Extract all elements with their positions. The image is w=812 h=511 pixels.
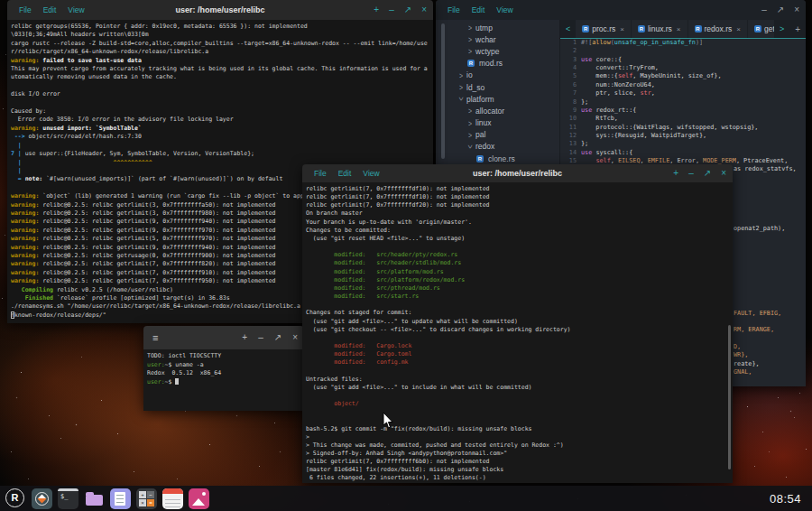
terminal-line: relibc getrlimit(7, 0x7fffffffdf10): not… <box>306 185 733 193</box>
tree-item-label: utmp <box>475 23 493 33</box>
close-tab-icon[interactable]: × <box>677 25 681 33</box>
editor-titlebar[interactable]: FileEditView –↗× <box>436 0 806 20</box>
image-viewer-icon[interactable] <box>189 488 209 509</box>
close-button[interactable]: × <box>421 5 427 14</box>
minimize-button[interactable]: – <box>688 169 694 178</box>
rust-file-icon: R <box>467 60 475 67</box>
folder-body <box>86 495 103 506</box>
redox-start-icon[interactable]: R <box>5 488 26 509</box>
line-number: 3 <box>560 56 581 64</box>
maximize-button[interactable]: ↗ <box>274 333 281 342</box>
browser-icon[interactable] <box>32 488 52 509</box>
terminal-line: (use "git add <file>..." to update what … <box>306 318 733 326</box>
terminal-line: user:~$ <box>147 378 304 387</box>
line-number: 9 <box>560 107 581 115</box>
menu-file[interactable]: File <box>448 5 460 14</box>
terminal-line: [master 81e6d41] fix(redox/build): missi… <box>306 466 733 474</box>
tab-redox.rs[interactable]: Rredox.rs× <box>688 20 747 38</box>
terminal-icon[interactable]: $_ <box>58 488 78 509</box>
terminal2-output[interactable]: relibc getrlimit(7, 0x7fffffffdf10): not… <box>302 182 733 483</box>
close-tab-icon[interactable]: × <box>736 25 741 33</box>
tree-item-platform[interactable]: >platform <box>448 93 559 105</box>
code-fragment: RM, ERANGE, <box>734 326 774 334</box>
code-fragment: D, <box>734 343 741 351</box>
tree-item-redox[interactable]: >redox <box>448 141 559 153</box>
chevron-right-icon: > <box>466 47 474 55</box>
new-tab-button[interactable]: + <box>374 5 379 14</box>
maximize-button[interactable]: ↗ <box>704 169 711 178</box>
terminal-line <box>11 82 433 90</box>
terminal-line: warning: failed to save last-use data <box>11 57 433 65</box>
editor-menubar: FileEditView <box>436 5 513 14</box>
terminal-line: | <box>11 142 433 150</box>
menu-icon[interactable]: ≡ <box>152 332 158 343</box>
code-fragment: FAULT, EFBIG, <box>734 310 781 318</box>
minimize-button[interactable]: – <box>761 5 767 14</box>
file-manager-icon[interactable] <box>84 488 105 509</box>
tree-item-mod.rs[interactable]: Rmod.rs <box>448 58 559 70</box>
editor-tabbar: < Rproc.rs×Rlinux.rs×Rredox.rs×Rgetopt/m… <box>560 20 806 39</box>
tree-item-utmp[interactable]: >utmp <box>448 22 559 33</box>
code-line: 8}; <box>560 98 806 107</box>
terminal-line: modified: Cargo.toml <box>306 350 733 358</box>
tree-item-ld_so[interactable]: >ld_so <box>448 81 559 93</box>
minimize-button[interactable]: – <box>258 333 263 342</box>
rust-file-icon: R <box>638 25 645 33</box>
line-number: 14 <box>560 149 581 157</box>
terminal3-output[interactable]: TODO: ioctl TIOCSCTTYuser:~$ uname -aRed… <box>143 349 304 411</box>
tab-proc.rs[interactable]: Rproc.rs× <box>576 20 631 38</box>
new-tab-button[interactable]: + <box>673 169 678 178</box>
tree-item-io[interactable]: >io <box>448 70 559 81</box>
tab-getopt/mod.r[interactable]: Rgetopt/mod.r× <box>748 20 774 38</box>
line-number: 11 <box>560 124 581 132</box>
tree-item-allocator[interactable]: >allocator <box>448 105 559 116</box>
maximize-button[interactable]: ↗ <box>777 5 784 14</box>
minimize-button[interactable]: – <box>389 5 394 14</box>
rust-file-icon: R <box>476 155 484 163</box>
terminal-line: relibc getrlimit(7, 0x7fffffffdf20): not… <box>306 201 733 209</box>
menu-edit[interactable]: Edit <box>472 5 485 14</box>
tree-item-pal[interactable]: >pal <box>448 129 559 141</box>
tree-item-wctype[interactable]: >wctype <box>448 45 559 57</box>
tree-item-linux[interactable]: >linux <box>448 117 559 129</box>
close-tab-icon[interactable]: × <box>620 25 624 33</box>
new-tab-button[interactable]: + <box>242 333 247 342</box>
tab-scroll-left-icon[interactable]: < <box>560 24 576 33</box>
terminal3-titlebar[interactable]: ≡ +–↗× <box>143 326 304 349</box>
tab-scroll-right-icon[interactable]: > <box>774 24 789 33</box>
terminal-window-uname: ≡ +–↗× TODO: ioctl TIOCSCTTYuser:~$ unam… <box>143 326 304 411</box>
calendar-icon[interactable] <box>162 488 183 509</box>
terminal-line <box>306 243 733 251</box>
terminal2-titlebar[interactable]: FileEditView user: /home/user/relibc +–↗… <box>302 164 733 182</box>
text-editor-icon[interactable] <box>110 488 131 509</box>
terminal2-scrollbar[interactable] <box>728 325 731 469</box>
terminal-line: Error code 3850: I/O error in the adviso… <box>11 116 433 124</box>
close-button[interactable]: × <box>794 5 799 14</box>
terminal-line: Redox 0.5.12 x86_64 <box>147 369 304 378</box>
new-tab-button[interactable]: + <box>789 24 806 34</box>
close-button[interactable]: × <box>292 333 298 342</box>
terminal-line: modified: src/pthread/mod.rs <box>306 284 733 293</box>
menu-view[interactable]: View <box>496 5 512 14</box>
tab-linux.rs[interactable]: Rlinux.rs× <box>632 20 687 38</box>
code-line: 5 mem::{self, MaybeUninit, size_of}, <box>560 72 806 80</box>
chevron-down-icon: > <box>466 143 474 150</box>
sidebar-scrollbar[interactable] <box>441 23 445 159</box>
terminal-line: Changes not staged for commit: <box>306 309 733 317</box>
maximize-button[interactable]: ↗ <box>404 5 411 14</box>
terminal-line: bash-5.2$ git commit -m "fix(redox/build… <box>306 425 733 433</box>
tree-item-clone.rs[interactable]: Rclone.rs <box>448 153 559 164</box>
calculator-icon[interactable]: +−×= <box>136 488 157 509</box>
chevron-right-icon: > <box>457 83 465 91</box>
code-line: 10 RtTcb, <box>560 115 806 123</box>
terminal-line: r/relibc/target/x86_64-unknown-redox/rel… <box>11 48 433 56</box>
terminal-line <box>306 334 733 342</box>
tree-item-label: pal <box>475 130 485 139</box>
code-fragment: WR}, <box>734 351 748 359</box>
close-button[interactable]: × <box>721 169 726 178</box>
terminal1-titlebar[interactable]: FileEditView user: /home/user/relibc +–↗… <box>7 0 433 20</box>
tree-item-wchar[interactable]: >wchar <box>448 33 559 45</box>
terminal-line <box>306 367 733 375</box>
terminal-line <box>306 301 733 309</box>
mouse-cursor <box>383 413 393 432</box>
